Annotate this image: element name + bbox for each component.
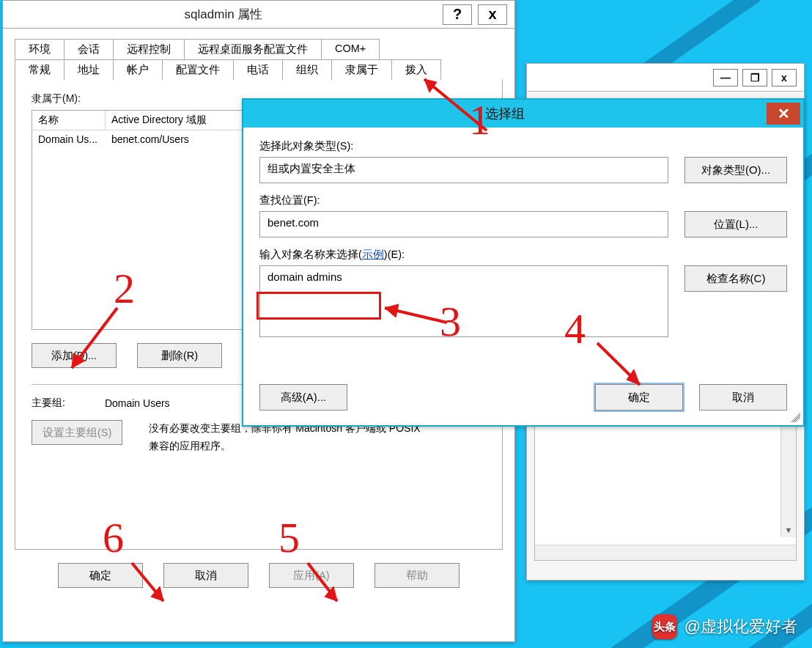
select-group-dialog: 选择组 ✕ 选择此对象类型(S): 组或内置安全主体 对象类型(O)... 查找… [242,98,805,427]
column-name[interactable]: 名称 [32,111,106,130]
dialog-title: sqladmin 属性 [10,6,437,23]
close-button[interactable]: x [772,69,797,86]
tab-dialin[interactable]: 拨入 [391,59,441,80]
tab-general[interactable]: 常规 [15,59,64,80]
locations-button[interactable]: 位置(L)... [684,211,787,238]
help-button[interactable]: ? [443,4,472,25]
object-type-field: 组或内置安全主体 [259,157,668,183]
tab-address[interactable]: 地址 [64,59,114,80]
tab-organization[interactable]: 组织 [282,59,332,80]
tab-account[interactable]: 帐户 [113,59,163,80]
object-names-label: 输入对象名称来选择(示例)(E): [259,248,787,262]
ok-button[interactable]: 确定 [595,384,683,410]
primary-group-label: 主要组: [32,397,65,410]
cell-name[interactable]: Domain Us... [32,130,106,148]
tab-complus[interactable]: COM+ [321,39,380,60]
object-type-label: 选择此对象类型(S): [259,139,787,153]
tab-sessions[interactable]: 会话 [64,39,114,60]
watermark: 头条 @虚拟化爱好者 [652,614,797,639]
close-button[interactable]: ✕ [767,103,800,125]
advanced-button[interactable]: 高级(A)... [259,384,347,410]
close-button[interactable]: x [478,4,507,25]
tab-rds-profile[interactable]: 远程桌面服务配置文件 [184,39,322,60]
tab-row-front: 常规 地址 帐户 配置文件 电话 组织 隶属于 拨入 [15,59,503,80]
primary-group-value: Domain Users [105,397,170,409]
cancel-button[interactable]: 取消 [163,563,248,588]
dialog-title: 选择组 [243,105,767,122]
check-names-button[interactable]: 检查名称(C) [684,265,787,292]
object-types-button[interactable]: 对象类型(O)... [684,157,787,183]
location-field: benet.com [259,211,668,238]
object-names-input[interactable]: domain admins [259,265,668,337]
help-button[interactable]: 帮助 [374,563,459,588]
tab-profile[interactable]: 配置文件 [162,59,234,80]
tab-member-of[interactable]: 隶属于 [331,59,392,80]
cancel-button[interactable]: 取消 [699,384,787,410]
tab-environment[interactable]: 环境 [15,39,64,60]
apply-button[interactable]: 应用(A) [269,563,354,588]
set-primary-group-button[interactable]: 设置主要组(S) [32,420,122,445]
minimize-button[interactable]: — [713,69,738,86]
horizontal-scrollbar[interactable] [535,545,796,560]
restore-button[interactable]: ❐ [742,69,767,86]
examples-link[interactable]: 示例 [362,248,384,260]
remove-button[interactable]: 删除(R) [137,343,222,368]
resize-grip-icon[interactable] [790,412,800,422]
toutiao-logo-icon: 头条 [652,614,677,639]
tab-row-back: 环境 会话 远程控制 远程桌面服务配置文件 COM+ [15,39,503,60]
add-button[interactable]: 添加(D)... [32,343,117,368]
tab-telephones[interactable]: 电话 [233,59,283,80]
watermark-text: @虚拟化爱好者 [684,616,797,638]
ok-button[interactable]: 确定 [58,563,143,588]
tab-remote-control[interactable]: 远程控制 [113,39,185,60]
location-label: 查找位置(F): [259,194,787,207]
